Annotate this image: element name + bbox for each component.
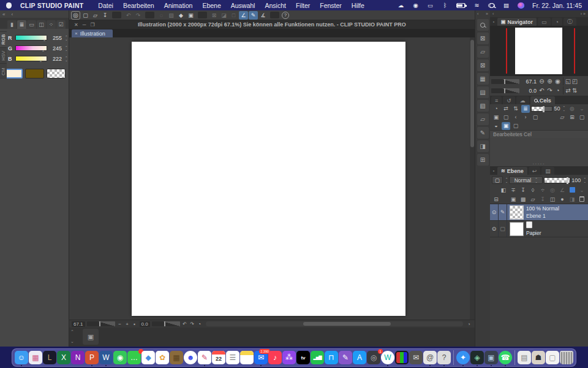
dock-separator[interactable] (453, 350, 454, 365)
mask-shade-icon[interactable]: ◪ (219, 11, 228, 20)
dock-trash[interactable] (560, 351, 573, 364)
rotate-right-button[interactable]: ↷ (546, 86, 554, 94)
color-history-tab-icon[interactable]: ☑ (56, 20, 66, 29)
menu-item[interactable]: Fenster (315, 2, 347, 9)
snap-ruler-icon[interactable]: ∠ (239, 11, 248, 20)
edit-checkbox-icon[interactable]: ▢ (499, 221, 507, 237)
rotation-value[interactable]: 0.0 (140, 321, 150, 327)
zoom-in-button[interactable]: ⊕ (546, 77, 554, 85)
undo-icon[interactable]: ↶ (124, 11, 133, 20)
collapse-right-icon[interactable]: ‹ (11, 12, 13, 17)
navigator-zoom-slider[interactable] (491, 79, 519, 84)
navigator-rotate-slider[interactable] (491, 88, 519, 93)
channel-stepper[interactable]: ⌃⌄ (65, 56, 68, 61)
onion-opacity-stepper[interactable]: ⌃⌄ (562, 106, 565, 111)
flip-horizontal-button[interactable]: ⇄ (563, 86, 571, 94)
fit-to-screen-button[interactable]: ◱ (563, 77, 571, 85)
collapse-left-icon[interactable]: « (2, 12, 5, 17)
new-file-icon[interactable]: ▢ (81, 11, 90, 20)
onion-opacity-slider[interactable] (531, 106, 552, 112)
help-icon[interactable]: ? (282, 12, 289, 19)
dock-keynote[interactable]: ⊓ (325, 351, 338, 364)
layer-row-papier[interactable]: ⊙ ▢ Papier (490, 221, 588, 237)
channel-slider[interactable]: ⌃ (15, 45, 47, 51)
zoom-slider[interactable] (87, 321, 115, 326)
snap-guide-icon[interactable]: ∡ (258, 11, 268, 20)
dock-excel[interactable]: X (57, 351, 70, 364)
onion-color-icon[interactable]: ◍ (568, 105, 576, 113)
add-palette-icon[interactable]: ⊞ (477, 154, 489, 166)
dock-reminders[interactable]: ☰ (226, 351, 239, 364)
lock-layer-icon[interactable]: ◊ (529, 186, 537, 194)
menu-item[interactable]: Auswahl (226, 2, 260, 9)
record-palette-icon[interactable]: ◨ (477, 140, 489, 152)
dock-word[interactable]: W (99, 351, 113, 364)
panels-collapse-right-icon[interactable]: › » (581, 12, 586, 16)
color-wheel-tab-icon[interactable]: ▮ (7, 20, 17, 29)
tab-navigator[interactable]: ▣ Navigator (497, 18, 537, 26)
menu-item[interactable]: Ansicht (260, 2, 290, 9)
fit-to-window-button[interactable]: ◰ (571, 77, 579, 85)
menu-item[interactable]: Hilfe (347, 2, 369, 9)
transparent-color-swatch[interactable] (47, 69, 66, 79)
dock-facetime[interactable]: ◉ (113, 351, 127, 364)
redo-icon[interactable]: ↷ (134, 11, 143, 20)
dock-webex[interactable]: W (381, 351, 394, 364)
csp-logo-icon[interactable]: ◎ (71, 11, 80, 20)
color-pattern-tab-icon[interactable]: ⁘ (47, 20, 56, 29)
layer-name[interactable]: Papier (526, 230, 541, 236)
quick-access-palette-icon[interactable] (477, 19, 489, 31)
information-tab-icon[interactable]: ⓘ (564, 18, 576, 26)
dock-document-file[interactable]: ▤ (518, 351, 531, 364)
select-pixels-icon[interactable]: ▨ (167, 11, 176, 20)
fill-icon[interactable]: ◆ (176, 11, 186, 20)
prev-cel-icon[interactable]: ‹ (511, 113, 520, 121)
zoom-out-button[interactable]: − (117, 321, 123, 327)
color-set-tab-icon[interactable]: ▭ (27, 20, 36, 29)
dock-powerpoint[interactable]: P (85, 351, 99, 364)
new-cel-icon[interactable]: ▣ (492, 113, 500, 121)
dock-g-spiral-app[interactable]: @ (423, 351, 437, 364)
layer-color-icon[interactable] (568, 186, 576, 194)
bluetooth-icon[interactable]: ᛒ (442, 2, 448, 9)
ghost-cel-icon[interactable]: ▢ (531, 113, 540, 121)
dock-finder[interactable]: ☺ (15, 351, 28, 364)
skip-cels-icon[interactable]: ⇅ (511, 105, 520, 113)
subview-tab-icon[interactable]: ▭ (538, 18, 551, 26)
dock-rgb-display-app[interactable] (395, 351, 409, 364)
dock-separator[interactable] (514, 350, 515, 365)
alpha-transfer-icon[interactable]: ∓ (509, 186, 518, 194)
history-tab-icon[interactable]: ↩ (529, 167, 541, 175)
color-mode-tab[interactable]: HSV (0, 47, 7, 63)
maximize-window-icon[interactable]: ❐ (90, 22, 94, 28)
snap-special-ruler-icon[interactable]: ✎ (249, 11, 258, 20)
flip-vertical-button[interactable]: ⇅ (571, 86, 579, 94)
blend-mode-dropdown[interactable]: Normal ⌃⌄ (509, 176, 543, 184)
zoom-out-button[interactable]: ⊖ (538, 77, 546, 85)
chevron-down-icon[interactable]: ⌄ (70, 339, 74, 344)
panel-resize-handle[interactable]: ••••• (490, 162, 588, 166)
dock-maps[interactable]: ◆ (141, 351, 155, 364)
vertical-scrollbar-thumb[interactable] (470, 40, 474, 147)
siri-icon[interactable] (518, 2, 524, 9)
timeline-tab-icon[interactable]: ≡ (491, 96, 502, 104)
cel-settings-icon[interactable]: ▢ (578, 113, 586, 121)
flip-cels-icon[interactable]: ⇄ (502, 105, 510, 113)
next-cel-icon[interactable]: › (521, 113, 530, 121)
save-file-icon[interactable]: ↧ (100, 11, 110, 20)
apply-mask-icon[interactable]: ◨ (568, 195, 576, 203)
cels-list-area[interactable]: ••••• (490, 138, 588, 166)
layer-thumbnail[interactable] (510, 222, 524, 236)
onion-opacity-value[interactable]: 50 (554, 105, 560, 112)
dock-photos[interactable]: ✿ (156, 351, 169, 364)
reference-layer-icon[interactable]: ◎ (548, 186, 557, 194)
ruler-layer-icon[interactable]: ∠ (558, 186, 567, 194)
light-table-icon[interactable]: ◒ (492, 122, 500, 130)
tab-layers[interactable]: ≋ Ebene (497, 167, 527, 175)
dock-calendar[interactable]: 22 (212, 351, 225, 364)
navigator-preview[interactable] (490, 26, 588, 76)
rotate-reset-button[interactable]: ◔ (197, 321, 203, 327)
rotate-reset-button[interactable]: ◔ (554, 86, 562, 94)
battery-icon[interactable] (456, 3, 466, 8)
visibility-eye-icon[interactable]: ⊙ (490, 204, 499, 220)
